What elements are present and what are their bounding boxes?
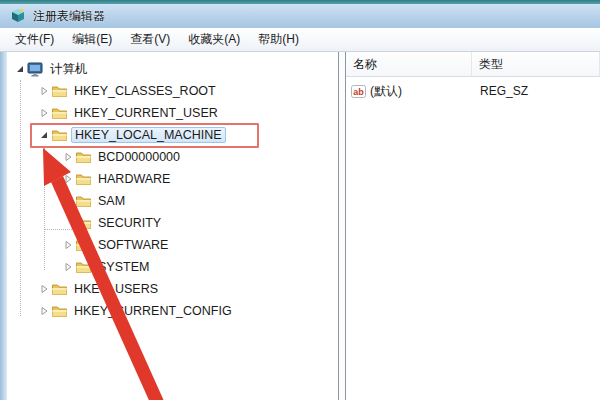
tree-item-hkey-users[interactable]: HKEY_USERS: [7, 278, 338, 300]
tree-item-label: SAM: [95, 193, 128, 209]
collapsed-triangle-icon[interactable]: [37, 283, 50, 296]
reg-sz-string-icon: ab: [351, 85, 366, 98]
window-frame-left: [0, 52, 7, 400]
value-list-header: 名称类型: [346, 52, 600, 77]
title-bar: 注册表编辑器: [0, 4, 600, 28]
tree-item-label: SECURITY: [95, 215, 164, 231]
tree-item-label: 计算机: [47, 60, 91, 79]
tree-item-software[interactable]: SOFTWARE: [7, 234, 338, 256]
registry-editor-icon: [10, 8, 26, 24]
tree-item-label: SOFTWARE: [95, 237, 171, 253]
tree-item-hkey-local-machine[interactable]: HKEY_LOCAL_MACHINE: [7, 124, 338, 146]
menu-item-edit[interactable]: 编辑(E): [63, 28, 121, 51]
value-type: REG_SZ: [472, 84, 600, 98]
collapsed-triangle-icon[interactable]: [37, 85, 50, 98]
tree-item-system[interactable]: SYSTEM: [7, 256, 338, 278]
folder-icon: [74, 215, 92, 231]
collapsed-triangle-icon[interactable]: [61, 239, 74, 252]
expanded-triangle-icon[interactable]: [37, 129, 50, 142]
column-header-type[interactable]: 类型: [472, 52, 600, 76]
collapsed-triangle-icon[interactable]: [37, 107, 50, 120]
menu-item-view[interactable]: 查看(V): [121, 28, 179, 51]
tree-item-label: SYSTEM: [95, 259, 152, 275]
collapsed-triangle-icon[interactable]: [61, 151, 74, 164]
tree-item-label: HKEY_CLASSES_ROOT: [71, 83, 219, 99]
folder-icon: [74, 149, 92, 165]
value-name: (默认): [370, 83, 402, 100]
folder-icon: [74, 259, 92, 275]
tree-item-label: BCD00000000: [95, 149, 183, 165]
computer-icon: [26, 61, 44, 77]
expanded-triangle-icon[interactable]: [13, 63, 26, 76]
tree-item-sam[interactable]: SAM: [7, 190, 338, 212]
tree-item-label: HKEY_USERS: [71, 281, 161, 297]
folder-icon: [50, 105, 68, 121]
expander-spacer: [61, 217, 74, 230]
column-header-name[interactable]: 名称: [346, 52, 472, 76]
tree-item-computer[interactable]: 计算机: [7, 58, 338, 80]
tree-item-bcd00000000[interactable]: BCD00000000: [7, 146, 338, 168]
tree-item-label: HARDWARE: [95, 171, 173, 187]
value-row[interactable]: ab(默认)REG_SZ: [346, 80, 600, 102]
tree-item-hardware[interactable]: HARDWARE: [7, 168, 338, 190]
tree-item-label: HKEY_CURRENT_USER: [71, 105, 221, 121]
folder-icon: [50, 83, 68, 99]
collapsed-triangle-icon[interactable]: [61, 173, 74, 186]
tree-item-hkey-classes-root[interactable]: HKEY_CLASSES_ROOT: [7, 80, 338, 102]
folder-icon: [74, 171, 92, 187]
folder-icon: [74, 237, 92, 253]
collapsed-triangle-icon[interactable]: [37, 305, 50, 318]
collapsed-triangle-icon[interactable]: [61, 261, 74, 274]
folder-icon: [50, 281, 68, 297]
menu-item-file[interactable]: 文件(F): [6, 28, 63, 51]
folder-icon: [74, 193, 92, 209]
expander-spacer: [61, 195, 74, 208]
window-title: 注册表编辑器: [33, 8, 105, 25]
tree-item-hkey-current-config[interactable]: HKEY_CURRENT_CONFIG: [7, 300, 338, 322]
tree-item-label: HKEY_LOCAL_MACHINE: [71, 127, 226, 143]
tree-item-hkey-current-user[interactable]: HKEY_CURRENT_USER: [7, 102, 338, 124]
value-list-panel: 名称类型 ab(默认)REG_SZ: [345, 52, 600, 400]
registry-tree-panel: 计算机HKEY_CLASSES_ROOTHKEY_CURRENT_USERHKE…: [7, 52, 339, 400]
svg-text:ab: ab: [353, 86, 364, 96]
folder-icon: [50, 127, 68, 143]
tree-item-label: HKEY_CURRENT_CONFIG: [71, 303, 235, 319]
tree-item-security[interactable]: SECURITY: [7, 212, 338, 234]
menu-item-help[interactable]: 帮助(H): [249, 28, 308, 51]
folder-icon: [50, 303, 68, 319]
menu-item-favorites[interactable]: 收藏夹(A): [179, 28, 249, 51]
menu-bar: 文件(F)编辑(E)查看(V)收藏夹(A)帮助(H): [0, 28, 600, 52]
